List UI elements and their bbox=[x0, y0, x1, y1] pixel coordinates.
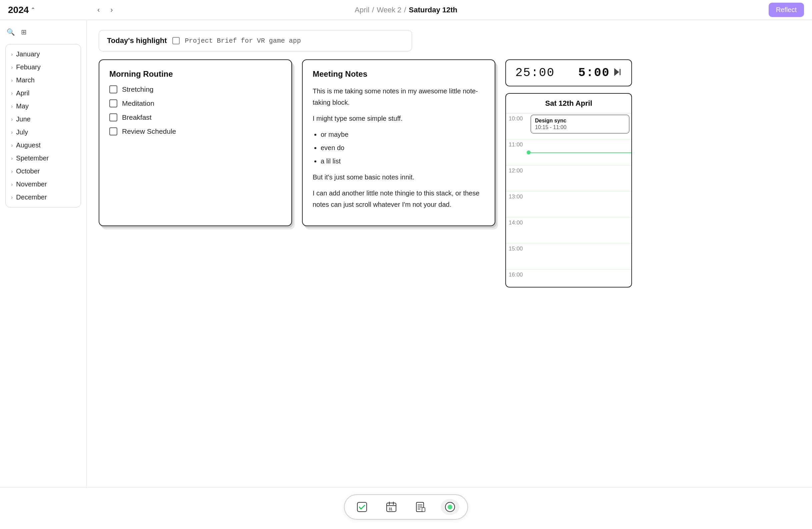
sidebar-month-june[interactable]: ›June bbox=[8, 113, 79, 126]
chevron-icon: › bbox=[11, 90, 13, 96]
sidebar-month-october[interactable]: ›October bbox=[8, 165, 79, 178]
layout-button[interactable]: ⊞ bbox=[20, 27, 28, 37]
highlight-label: Today's highlight bbox=[107, 37, 167, 45]
main-layout: 🔍 ⊞ ›January›Febuary›March›April›May›Jun… bbox=[0, 20, 812, 487]
sidebar: 🔍 ⊞ ›January›Febuary›March›April›May›Jun… bbox=[0, 20, 87, 487]
nav-notes-button[interactable] bbox=[411, 499, 430, 515]
nav-calendar-button[interactable]: 31 bbox=[382, 499, 401, 515]
time-label: 11:00 bbox=[506, 140, 529, 148]
month-label: May bbox=[16, 102, 29, 110]
notes-list-item: a lil list bbox=[321, 155, 485, 167]
breadcrumb-month: April bbox=[355, 6, 369, 14]
year-display[interactable]: 2024 ⌃ bbox=[8, 5, 81, 15]
highlight-checkbox[interactable] bbox=[172, 37, 180, 44]
month-label: Febuary bbox=[16, 63, 40, 71]
svg-point-14 bbox=[448, 505, 452, 509]
task-checkbox[interactable] bbox=[109, 99, 117, 108]
time-label: 12:00 bbox=[506, 166, 529, 174]
chevron-icon: › bbox=[11, 116, 13, 123]
event-time: 10:15 - 11:00 bbox=[535, 125, 625, 130]
bottom-nav: 31 bbox=[0, 487, 812, 529]
chevron-icon: › bbox=[11, 103, 13, 110]
breadcrumb-sep1: / bbox=[372, 6, 374, 14]
search-button[interactable]: 🔍 bbox=[5, 27, 16, 37]
cards-row: Morning Routine StretchingMeditationBrea… bbox=[99, 59, 800, 287]
month-label: January bbox=[16, 51, 40, 58]
breadcrumb: April / Week 2 / Saturday 12th bbox=[355, 6, 457, 14]
month-label: December bbox=[16, 194, 47, 201]
month-label: March bbox=[16, 76, 35, 84]
timer-box: 25:00 5:00 bbox=[505, 59, 632, 86]
chevron-icon: › bbox=[11, 52, 13, 57]
time-label: 14:00 bbox=[506, 217, 529, 226]
sidebar-month-march[interactable]: ›March bbox=[8, 74, 79, 87]
nav-back-button[interactable]: ‹ bbox=[95, 4, 102, 16]
svg-rect-12 bbox=[422, 507, 425, 512]
calendar-box: Sat 12th April 10:00Design sync10:15 - 1… bbox=[505, 93, 632, 287]
event-title: Design sync bbox=[535, 118, 625, 124]
month-label: April bbox=[16, 89, 29, 97]
sidebar-month-may[interactable]: ›May bbox=[8, 100, 79, 113]
chevron-icon: › bbox=[11, 129, 13, 135]
task-checkbox[interactable] bbox=[109, 85, 117, 94]
year-chevron-icon: ⌃ bbox=[31, 7, 35, 13]
time-row: 12:00 bbox=[506, 166, 631, 191]
time-content bbox=[529, 166, 631, 191]
event-block[interactable]: Design sync10:15 - 11:00 bbox=[531, 115, 629, 133]
months-container: ›January›Febuary›March›April›May›June›Ju… bbox=[5, 44, 81, 208]
time-row: 13:00 bbox=[506, 191, 631, 217]
calendar-body: 10:00Design sync10:15 - 11:0011:0012:001… bbox=[506, 113, 631, 287]
sidebar-month-april[interactable]: ›April bbox=[8, 87, 79, 100]
task-label: Stretching bbox=[122, 85, 154, 94]
sidebar-month-july[interactable]: ›July bbox=[8, 126, 79, 139]
sidebar-month-january[interactable]: ›January bbox=[8, 48, 79, 61]
time-content bbox=[529, 191, 631, 217]
notes-list: or maybeeven doa lil list bbox=[313, 129, 485, 167]
morning-routine-title: Morning Routine bbox=[109, 69, 281, 79]
notes-paragraph: This is me taking some notes in my aweso… bbox=[313, 85, 485, 108]
month-label: Spetember bbox=[16, 154, 49, 162]
header: 2024 ⌃ ‹ › April / Week 2 / Saturday 12t… bbox=[0, 0, 812, 20]
checklist-item: Breakfast bbox=[109, 113, 281, 121]
notes-list-item: or maybe bbox=[321, 129, 485, 140]
calendar-header: Sat 12th April bbox=[506, 94, 631, 113]
time-content: Design sync10:15 - 11:00 bbox=[529, 113, 631, 139]
year-label: 2024 bbox=[8, 5, 29, 15]
task-checkbox[interactable] bbox=[109, 127, 117, 135]
timer-skip-button[interactable] bbox=[613, 67, 622, 79]
nav-checklist-button[interactable] bbox=[353, 499, 371, 515]
task-checkbox[interactable] bbox=[109, 113, 117, 121]
svg-rect-2 bbox=[357, 502, 367, 512]
checklist-item: Stretching bbox=[109, 85, 281, 94]
task-label: Meditation bbox=[122, 99, 154, 108]
nav-record-button[interactable] bbox=[441, 499, 459, 515]
sidebar-month-auguest[interactable]: ›Auguest bbox=[8, 139, 79, 152]
month-label: June bbox=[16, 115, 30, 123]
notes-paragraph: But it's just some basic notes innit. bbox=[313, 171, 485, 183]
time-content bbox=[529, 217, 631, 243]
morning-routine-card: Morning Routine StretchingMeditationBrea… bbox=[99, 59, 292, 226]
chevron-icon: › bbox=[11, 195, 13, 200]
sidebar-month-november[interactable]: ›November bbox=[8, 178, 79, 191]
nav-forward-button[interactable]: › bbox=[108, 4, 115, 16]
notes-paragraph: I might type some simple stuff. bbox=[313, 113, 485, 124]
month-label: Auguest bbox=[16, 141, 40, 149]
sidebar-month-spetember[interactable]: ›Spetember bbox=[8, 152, 79, 165]
breadcrumb-day: Saturday 12th bbox=[409, 6, 457, 14]
chevron-icon: › bbox=[11, 169, 13, 174]
highlight-bar: Today's highlight Project Brief for VR g… bbox=[99, 30, 412, 52]
chevron-icon: › bbox=[11, 182, 13, 187]
time-content bbox=[529, 140, 631, 165]
chevron-icon: › bbox=[11, 65, 13, 70]
time-label: 15:00 bbox=[506, 243, 529, 252]
sidebar-month-december[interactable]: ›December bbox=[8, 191, 79, 204]
right-panel: 25:00 5:00 Sat 12th April 10:00Design bbox=[505, 59, 632, 287]
breadcrumb-week: Week 2 bbox=[377, 6, 401, 14]
sidebar-month-febuary[interactable]: ›Febuary bbox=[8, 61, 79, 74]
timer-right: 5:00 bbox=[578, 66, 610, 80]
meeting-notes-card: Meeting Notes This is me taking some not… bbox=[302, 59, 495, 226]
checklist-item: Meditation bbox=[109, 99, 281, 108]
content-area: Today's highlight Project Brief for VR g… bbox=[87, 20, 812, 487]
timer-left: 25:00 bbox=[515, 66, 555, 80]
reflect-button[interactable]: Reflect bbox=[769, 3, 804, 17]
